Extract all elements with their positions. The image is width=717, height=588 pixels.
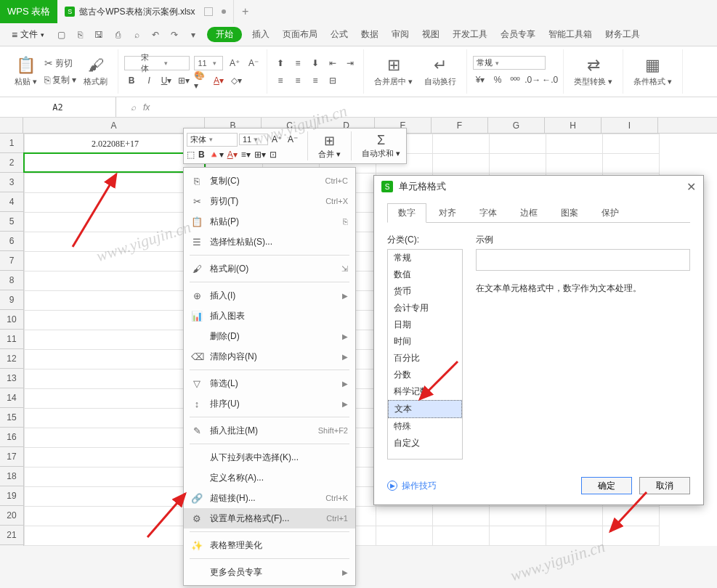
italic-button[interactable]: I xyxy=(142,73,156,88)
cm-paste-special[interactable]: ☰选择性粘贴(S)... xyxy=(184,232,355,252)
category-item[interactable]: 常规 xyxy=(388,250,462,266)
cm-copy[interactable]: ⎘复制(C)Ctrl+C xyxy=(184,171,355,191)
mini-bold-button[interactable]: B xyxy=(198,150,205,160)
cm-paste[interactable]: 📋粘贴(P)⎘ xyxy=(184,211,355,232)
mini-font-name[interactable]: 宋体▾ xyxy=(187,133,238,147)
col-header-I[interactable]: I xyxy=(601,118,658,133)
align-right-icon[interactable]: ≡ xyxy=(308,73,323,88)
fill-color-button[interactable]: 🎨▾ xyxy=(194,73,208,88)
category-item[interactable]: 会计专用 xyxy=(388,300,462,317)
category-item[interactable]: 货币 xyxy=(388,283,462,300)
cm-filter[interactable]: ▽筛选(L)▶ xyxy=(184,373,355,393)
merge-center-button[interactable]: ⊞ 合并居中 ▾ xyxy=(370,56,417,87)
print-icon[interactable]: ⎙ xyxy=(111,30,124,40)
row-header-1[interactable]: 1 xyxy=(0,134,23,153)
row-header-5[interactable]: 5 xyxy=(0,212,23,232)
tab-border[interactable]: 边框 xyxy=(509,203,548,223)
col-header-G[interactable]: G xyxy=(488,118,545,133)
cancel-fx-icon[interactable]: ⌕ xyxy=(131,102,136,113)
format-painter-button[interactable]: 🖌 格式刷 xyxy=(79,56,112,87)
indent-decrease-icon[interactable]: ⇤ xyxy=(325,56,340,70)
tab-review[interactable]: 审阅 xyxy=(392,28,409,41)
row-header-15[interactable]: 15 xyxy=(0,408,23,428)
comma-icon[interactable]: ººº xyxy=(508,73,522,87)
cut-button[interactable]: ✂剪切 xyxy=(41,56,79,71)
indent-increase-icon[interactable]: ⇥ xyxy=(343,56,357,70)
open-icon[interactable]: ⎘ xyxy=(73,30,86,40)
row-header-12[interactable]: 12 xyxy=(0,349,23,369)
fx-icon[interactable]: fx xyxy=(143,102,150,113)
cm-sort[interactable]: ↕排序(U)▶ xyxy=(184,393,355,414)
wrap-text-button[interactable]: ↵ 自动换行 xyxy=(420,56,461,87)
align-bottom-icon[interactable]: ⬇ xyxy=(308,56,323,70)
mini-select-icon[interactable]: ⬚ xyxy=(187,150,195,160)
tab-font[interactable]: 字体 xyxy=(469,203,508,223)
cm-define-name[interactable]: 定义名称(A)... xyxy=(184,467,355,488)
cm-more-member[interactable]: 更多会员专享▶ xyxy=(184,562,355,582)
increase-decimal-icon[interactable]: .0→ xyxy=(525,73,540,87)
tab-member[interactable]: 会员专享 xyxy=(501,28,535,41)
cm-clear[interactable]: ⌫清除内容(N)▶ xyxy=(184,346,355,367)
align-left-icon[interactable]: ≡ xyxy=(273,73,288,88)
category-item[interactable]: 特殊 xyxy=(388,418,462,435)
cm-beautify[interactable]: ✨表格整理美化 xyxy=(184,535,355,555)
mini-decrease-font-icon[interactable]: A⁻ xyxy=(285,134,300,144)
mini-fill-color-button[interactable]: 🔺▾ xyxy=(208,150,224,160)
type-convert-button[interactable]: ⇄ 类型转换 ▾ xyxy=(570,56,617,87)
font-name-select[interactable]: 宋体▾ xyxy=(124,56,190,70)
category-item[interactable]: 时间 xyxy=(388,333,462,350)
select-all-corner[interactable] xyxy=(0,118,23,133)
mini-format-button[interactable]: ⊡ xyxy=(270,150,277,160)
close-button[interactable]: ✕ xyxy=(686,180,696,194)
category-item[interactable]: 自定义 xyxy=(388,435,462,452)
mini-increase-font-icon[interactable]: A⁺ xyxy=(270,134,284,144)
category-item[interactable]: 科学记数 xyxy=(388,383,462,400)
category-item[interactable]: 数值 xyxy=(388,266,462,283)
tab-data[interactable]: 数据 xyxy=(361,28,378,41)
tab-view[interactable]: 视图 xyxy=(422,28,439,41)
cm-insert-chart[interactable]: 📊插入图表 xyxy=(184,306,355,326)
tab-smart-tools[interactable]: 智能工具箱 xyxy=(548,28,592,41)
percent-icon[interactable]: % xyxy=(490,73,505,87)
paste-button[interactable]: 📋 粘贴 ▾ xyxy=(10,56,41,87)
cm-insert-comment[interactable]: ✎插入批注(M)Shift+F2 xyxy=(184,420,355,441)
cm-delete[interactable]: 删除(D)▶ xyxy=(184,326,355,346)
font-size-select[interactable]: 11▾ xyxy=(194,56,223,70)
operation-tip-link[interactable]: ▶ 操作技巧 xyxy=(387,480,437,492)
row-header-3[interactable]: 3 xyxy=(0,173,23,192)
decrease-font-icon[interactable]: A⁻ xyxy=(246,56,261,70)
category-list[interactable]: 常规数值货币会计专用日期时间百分比分数科学记数文本特殊自定义 xyxy=(387,249,463,460)
row-header-13[interactable]: 13 xyxy=(0,369,23,388)
mini-autosum-button[interactable]: Σ 自动求和 ▾ xyxy=(359,133,403,159)
ok-button[interactable]: 确定 xyxy=(581,477,632,494)
category-item[interactable]: 文本 xyxy=(388,400,462,418)
new-tab-button[interactable]: + xyxy=(234,5,257,18)
tab-dev-tools[interactable]: 开发工具 xyxy=(453,28,487,41)
qat-more-icon[interactable]: ▾ xyxy=(187,30,200,40)
font-color-button[interactable]: A▾ xyxy=(211,73,226,88)
tab-pattern[interactable]: 图案 xyxy=(550,203,589,223)
bold-button[interactable]: B xyxy=(124,73,139,88)
row-header-4[interactable]: 4 xyxy=(0,192,23,212)
row-header-18[interactable]: 18 xyxy=(0,467,23,486)
tab-start[interactable]: 开始 xyxy=(207,27,242,42)
cm-format-painter[interactable]: 🖌格式刷(O)⇲ xyxy=(184,258,355,279)
new-doc-icon[interactable]: ▢ xyxy=(54,30,68,40)
row-header-16[interactable]: 16 xyxy=(0,428,23,447)
name-box[interactable]: A2 xyxy=(0,97,116,117)
tab-formula[interactable]: 公式 xyxy=(331,28,348,41)
document-tab[interactable]: S 懿古今WPS表格演示案例.xlsx xyxy=(57,0,233,23)
cm-format-cells[interactable]: ⚙设置单元格格式(F)...Ctrl+1 xyxy=(184,508,355,528)
cm-cut[interactable]: ✂剪切(T)Ctrl+X xyxy=(184,191,355,211)
category-item[interactable]: 日期 xyxy=(388,317,462,333)
tab-align[interactable]: 对齐 xyxy=(428,203,467,223)
row-header-7[interactable]: 7 xyxy=(0,251,23,271)
preview-icon[interactable]: ⌕ xyxy=(130,30,143,40)
category-item[interactable]: 百分比 xyxy=(388,350,462,367)
mini-font-color-button[interactable]: A▾ xyxy=(227,150,238,160)
copy-button[interactable]: ⎘复制 ▾ xyxy=(41,73,79,88)
col-header-F[interactable]: F xyxy=(432,118,488,133)
align-center-icon[interactable]: ≡ xyxy=(291,73,305,88)
align-middle-icon[interactable]: ≡ xyxy=(291,56,305,70)
mini-border-button[interactable]: ⊞▾ xyxy=(254,150,266,160)
